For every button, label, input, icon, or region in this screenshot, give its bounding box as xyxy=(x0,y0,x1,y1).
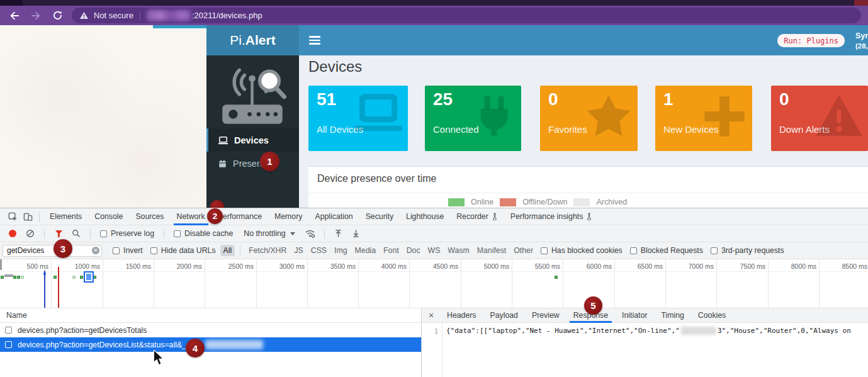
tab-network[interactable]: Network xyxy=(171,208,211,225)
tab-strip-corner xyxy=(0,0,23,6)
request-list-pane: Name devices.php?action=getDevicesTotals… xyxy=(0,308,422,377)
timeline-tick-label: 3000 ms xyxy=(254,262,305,270)
search-icon[interactable] xyxy=(69,227,84,240)
network-filter-input[interactable] xyxy=(3,245,102,257)
tab-memory[interactable]: Memory xyxy=(268,208,308,225)
preserve-log-checkbox[interactable]: Preserve log xyxy=(97,229,157,238)
mouse-cursor xyxy=(153,350,165,367)
tab-timing[interactable]: Timing xyxy=(654,308,690,323)
filter-funnel-icon[interactable] xyxy=(51,227,66,240)
filter-type-css[interactable]: CSS xyxy=(308,245,330,256)
import-har-icon[interactable] xyxy=(331,227,346,240)
tab-initiator[interactable]: Initiator xyxy=(615,308,654,323)
disable-cache-checkbox[interactable]: Disable cache xyxy=(171,229,236,238)
laptop-icon xyxy=(218,136,228,145)
stat-card-all-devices[interactable]: 51 All Devices xyxy=(308,86,408,151)
brand-suffix: Alert xyxy=(245,33,276,48)
tab-lighthouse[interactable]: Lighthouse xyxy=(400,208,450,225)
device-toolbar-icon[interactable] xyxy=(20,210,35,223)
devtools-panel: Elements Console Sources Network Perform… xyxy=(0,208,868,377)
timeline-tick-label: 3500 ms xyxy=(305,262,356,270)
sidebar-toggle-button[interactable] xyxy=(309,36,320,45)
tab-sources[interactable]: Sources xyxy=(129,208,170,225)
has-blocked-cookies-checkbox[interactable]: Has blocked cookies xyxy=(538,246,626,255)
network-overview-timeline[interactable]: 500 ms1000 ms1500 ms2000 ms2500 ms3000 m… xyxy=(0,259,868,308)
annotation-badge-2: 2 xyxy=(207,208,223,224)
forward-button[interactable] xyxy=(29,9,43,23)
response-content[interactable]: 1 {"data":[["laptop","Net - Huawei","Int… xyxy=(422,323,868,377)
filter-type-js[interactable]: JS xyxy=(291,245,306,256)
reload-button[interactable] xyxy=(50,9,64,23)
stat-card-favorites[interactable]: 0 Favorites xyxy=(540,86,638,151)
browser-window-control[interactable] xyxy=(854,0,868,6)
throttling-dropdown[interactable]: No throttling xyxy=(239,229,300,238)
filter-type-ws[interactable]: WS xyxy=(425,245,444,256)
sidebar-item-presence[interactable]: Presence xyxy=(206,152,299,175)
warning-triangle-icon xyxy=(814,92,864,140)
close-details-icon[interactable]: × xyxy=(422,310,440,320)
tab-console[interactable]: Console xyxy=(88,208,129,225)
network-toolbar: Preserve log Disable cache No throttling xyxy=(0,225,868,242)
legend-label: Offline/Down xyxy=(522,198,567,206)
filter-type-all[interactable]: All xyxy=(220,245,235,256)
tab-application[interactable]: Application xyxy=(308,208,359,225)
blocked-requests-checkbox[interactable]: Blocked Requests xyxy=(627,246,706,255)
toolbar-divider xyxy=(39,212,40,222)
checkbox-label: Hide data URLs xyxy=(161,246,216,255)
timeline-tick-label: 8000 ms xyxy=(766,262,816,270)
filter-type-media[interactable]: Media xyxy=(352,245,380,256)
throttling-value: No throttling xyxy=(244,229,285,238)
run-plugins-button[interactable]: Run: Plugins xyxy=(777,34,845,47)
chart-legend: Online Offline/Down Archived xyxy=(448,198,627,206)
invert-checkbox[interactable]: Invert xyxy=(110,246,146,255)
tab-headers[interactable]: Headers xyxy=(440,308,483,323)
tab-security[interactable]: Security xyxy=(359,208,400,225)
record-button[interactable] xyxy=(9,230,16,237)
filter-type-manifest[interactable]: Manifest xyxy=(474,245,509,256)
annotation-badge-4: 4 xyxy=(186,339,205,357)
tab-elements[interactable]: Elements xyxy=(43,208,88,225)
page-header-sliver xyxy=(153,25,206,28)
stat-value: 25 xyxy=(433,89,453,110)
pialert-logo[interactable]: Pi.Alert xyxy=(206,25,299,55)
back-button[interactable] xyxy=(8,9,21,23)
filter-type-other[interactable]: Other xyxy=(510,245,536,256)
legend-swatch-online xyxy=(448,198,465,206)
timeline-tick-label: 7000 ms xyxy=(663,262,714,270)
clear-icon[interactable] xyxy=(23,227,38,240)
stat-card-new-devices[interactable]: 1 New Devices xyxy=(655,86,752,151)
legend-swatch-archived xyxy=(573,198,590,206)
stat-card-down-alerts[interactable]: 0 Down Alerts xyxy=(771,86,868,151)
tab-payload[interactable]: Payload xyxy=(483,308,524,323)
tab-performance-insights[interactable]: Performance insights xyxy=(504,208,599,225)
filter-type-img[interactable]: Img xyxy=(331,245,351,256)
request-row-get-devices-totals[interactable]: devices.php?action=getDevicesTotals xyxy=(0,323,421,337)
inspect-element-icon[interactable] xyxy=(5,210,20,223)
name-column-header[interactable]: Name xyxy=(0,308,421,323)
clear-filter-icon[interactable]: ✕ xyxy=(92,247,99,254)
filter-type-fetch-xhr[interactable]: Fetch/XHR xyxy=(245,245,290,256)
checkbox-icon xyxy=(174,230,181,237)
plus-icon xyxy=(701,92,748,141)
stat-card-connected[interactable]: 25 Connected xyxy=(425,86,521,151)
third-party-requests-checkbox[interactable]: 3rd-party requests xyxy=(707,246,787,255)
filter-type-wasm[interactable]: Wasm xyxy=(444,245,472,256)
request-dot xyxy=(13,276,16,279)
brand-prefix: Pi. xyxy=(230,33,245,48)
filter-type-font[interactable]: Font xyxy=(380,245,402,256)
filter-type-doc[interactable]: Doc xyxy=(403,245,424,256)
network-conditions-icon[interactable] xyxy=(303,227,318,240)
hide-data-urls-checkbox[interactable]: Hide data URLs xyxy=(147,246,219,255)
request-row-get-devices-list[interactable]: devices.php?action=getDevicesList&status… xyxy=(0,337,421,352)
timeline-tick-label: 4500 ms xyxy=(408,262,458,270)
tab-cookies[interactable]: Cookies xyxy=(691,308,733,323)
tab-recorder[interactable]: Recorder xyxy=(450,208,504,225)
toolbar-divider xyxy=(44,229,45,239)
timeline-tick-label: 5000 ms xyxy=(459,262,509,270)
export-har-icon[interactable] xyxy=(349,227,364,240)
tab-preview[interactable]: Preview xyxy=(525,308,566,323)
checkbox-icon xyxy=(711,247,718,254)
address-bar[interactable]: Not secure :20211/devices.php xyxy=(72,8,861,23)
tab-label: Performance insights xyxy=(510,212,583,221)
sidebar-item-devices[interactable]: Devices xyxy=(206,128,299,152)
